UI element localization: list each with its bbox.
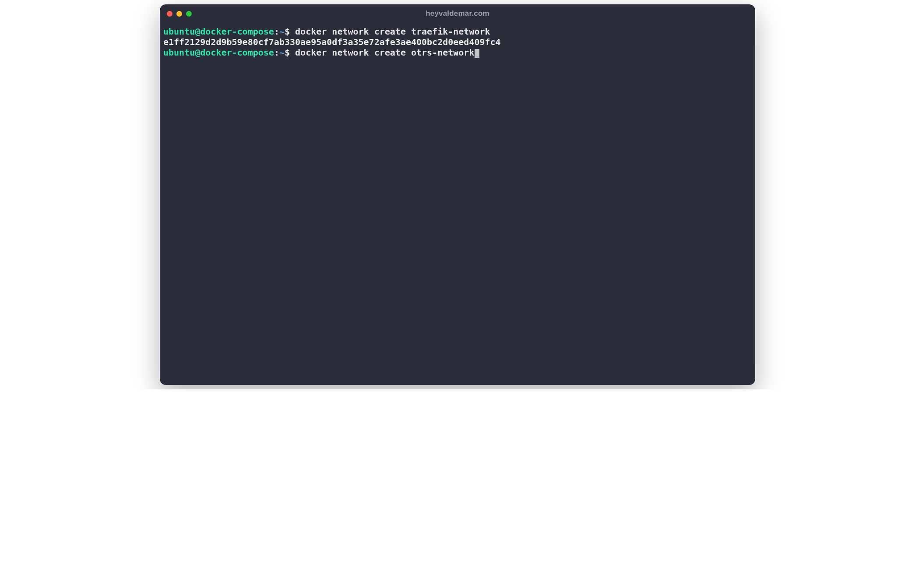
output-text: e1ff2129d2d9b59e80cf7ab330ae95a0df3a35e7… [163,37,501,47]
command-text: docker network create traefik-network [290,26,490,37]
maximize-button[interactable] [186,11,192,17]
minimize-button[interactable] [176,11,182,17]
traffic-lights [167,11,192,17]
prompt-path: ~ [279,26,285,37]
prompt-user-host: ubuntu@docker-compose [163,26,274,37]
prompt-colon: : [274,47,279,58]
terminal-window: heyvaldemar.com ubuntu@docker-compose:~$… [160,4,755,385]
terminal-body[interactable]: ubuntu@docker-compose:~$ docker network … [160,23,755,385]
close-button[interactable] [167,11,172,17]
cursor-icon [475,49,479,58]
prompt-symbol: $ [285,47,290,58]
prompt-path: ~ [279,47,285,58]
title-bar: heyvaldemar.com [160,4,755,23]
prompt-user-host: ubuntu@docker-compose [163,47,274,58]
terminal-output-line: e1ff2129d2d9b59e80cf7ab330ae95a0df3a35e7… [163,37,752,47]
terminal-line: ubuntu@docker-compose:~$ docker network … [163,47,752,58]
terminal-line: ubuntu@docker-compose:~$ docker network … [163,26,752,37]
prompt-symbol: $ [285,26,290,37]
window-title: heyvaldemar.com [426,9,489,18]
command-text: docker network create otrs-network [290,47,474,58]
prompt-colon: : [274,26,279,37]
